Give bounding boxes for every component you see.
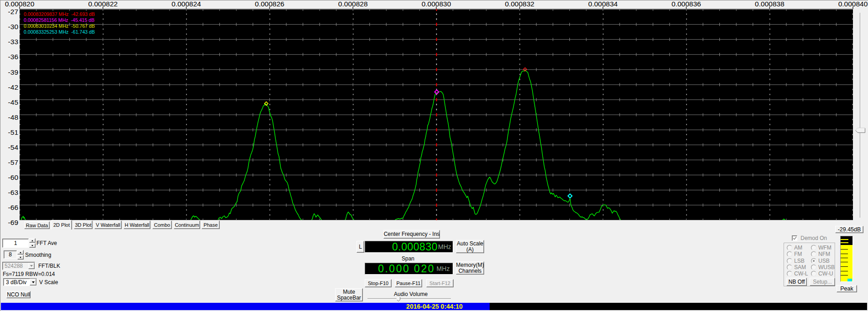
svg-text:-57: -57 — [8, 158, 18, 166]
svg-text:0.00082581156 MHz -45.415 dB: 0.00082581156 MHz -45.415 dB — [24, 17, 94, 23]
svg-text:-39: -39 — [8, 68, 18, 76]
svg-text:-69: -69 — [8, 219, 18, 226]
svg-text:0.000832: 0.000832 — [505, 0, 534, 8]
svg-text:-33: -33 — [8, 38, 18, 46]
svg-text:0.000822: 0.000822 — [88, 0, 118, 8]
svg-text:-66: -66 — [8, 204, 18, 211]
svg-text:-36: -36 — [8, 53, 18, 61]
svg-text:-45: -45 — [8, 98, 18, 106]
svg-text:0.00083209837 MHz -42.693 dB: 0.00083209837 MHz -42.693 dB — [24, 11, 95, 17]
svg-text:0.000828: 0.000828 — [338, 0, 368, 8]
svg-text:0.000834: 0.000834 — [588, 0, 618, 8]
svg-text:0.000838: 0.000838 — [755, 0, 785, 8]
svg-text:-51: -51 — [8, 128, 18, 136]
svg-text:0.000824: 0.000824 — [171, 0, 201, 8]
svg-text:-63: -63 — [8, 189, 18, 196]
svg-text:0.000830: 0.000830 — [422, 0, 451, 8]
svg-text:0.000840: 0.000840 — [838, 0, 868, 8]
svg-text:0.000826: 0.000826 — [255, 0, 284, 8]
svg-text:-30: -30 — [8, 23, 19, 31]
svg-text:0.000820: 0.000820 — [5, 0, 35, 8]
svg-text:-48: -48 — [8, 113, 18, 121]
svg-text:0.00083010234 MHz -50.767 dB: 0.00083010234 MHz -50.767 dB — [24, 23, 95, 29]
svg-text:-54: -54 — [8, 143, 19, 151]
svg-text:0.000836: 0.000836 — [672, 0, 701, 8]
svg-text:-27: -27 — [8, 8, 18, 15]
svg-text:0.00083325253 MHz -61.743 dB: 0.00083325253 MHz -61.743 dB — [24, 29, 95, 35]
svg-text:-60: -60 — [8, 173, 19, 181]
svg-text:-42: -42 — [8, 83, 18, 91]
